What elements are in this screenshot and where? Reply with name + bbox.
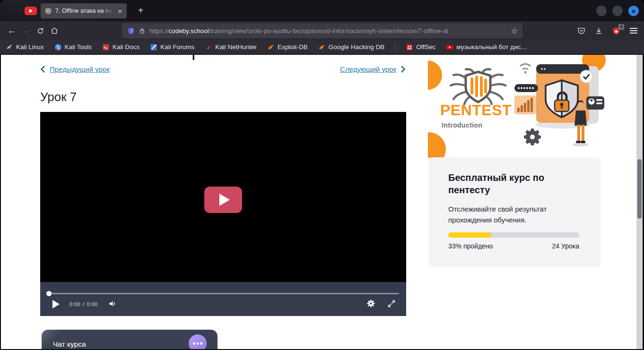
course-progress-bar [448,232,579,238]
bookmark-exploit-db[interactable]: Exploit-DB [267,43,308,51]
gear-icon [366,299,376,308]
reload-icon [36,27,44,35]
bookmark-offsec[interactable]: OffSec [406,43,435,51]
home-button[interactable] [47,24,61,38]
bookmark-kali-tools[interactable]: Kali Tools [54,43,92,51]
tab-bar: 7. Offline атака на пароли × + × [0,0,644,21]
url-input[interactable]: https://codeby.school/training/view/urok… [122,23,522,38]
downloads-button[interactable] [592,24,605,37]
next-lesson-link[interactable]: Следующий урок [340,65,406,73]
lock-icon [139,27,146,34]
pinned-tab-youtube[interactable] [24,6,38,16]
maximize-button[interactable] [612,6,623,16]
bookmark-kali-forums[interactable]: Kali Forums [150,43,194,51]
kali-nethunter-icon [205,43,212,51]
navigation-toolbar: ← → https://codeby.school/training/vi [0,21,644,40]
bookmarks-bar: Kali Linux Kali Tools Kali Docs Kali F [0,40,644,54]
course-illustration [514,58,604,152]
back-button[interactable]: ← [5,24,19,38]
download-icon [594,26,603,35]
bookmarks-separator [395,43,395,51]
lessons-count-label: 24 Урока [552,242,579,250]
video-screen[interactable] [40,112,406,282]
course-progress-fill [448,232,491,238]
new-tab-button[interactable]: + [134,4,147,17]
adblock-extension-button[interactable]: 4 [609,24,623,37]
exploit-db-icon [267,43,275,51]
course-banner: PENTEST Introduction [428,55,608,158]
chat-title: Чат курса [53,340,86,349]
page-scrollbar-track[interactable] [636,55,643,350]
course-card-description: Отслеживайте свой результат прохождения … [448,204,562,225]
minimize-button[interactable] [596,6,607,16]
kali-dragon-icon [6,43,13,51]
video-controls-bar: 0:00/0:00 [40,282,406,316]
course-card-title: Бесплатный курс по пентесту [448,171,566,196]
kali-forums-icon [150,43,157,51]
offsec-icon [406,43,413,51]
url-text: https://codeby.school/training/view/urok… [149,27,507,34]
course-chat-widget[interactable]: Чат курса [42,330,218,350]
tracking-protection-shield-icon[interactable] [127,27,135,35]
time-display: 0:00/0:00 [70,301,98,307]
youtube-icon [25,7,37,15]
brand-title: PENTEST [440,102,512,119]
forward-button[interactable]: → [19,24,33,38]
bookmark-google-hacking-db[interactable]: Google Hacking DB [318,43,385,51]
settings-button[interactable] [366,299,376,310]
tab-close-icon[interactable]: × [117,8,123,15]
pocket-icon [577,26,586,35]
kali-tools-icon [54,43,62,51]
fullscreen-button[interactable] [387,299,396,310]
exploit-db-icon [318,43,326,51]
window-controls: × [596,6,639,16]
page-scrollbar-thumb[interactable] [637,159,642,219]
active-tab[interactable]: 7. Offline атака на пароли × [41,3,127,18]
extension-badge: 4 [618,24,624,30]
progress-percent-label: 33% пройдено [448,242,493,250]
menu-button[interactable] [627,24,640,37]
pocket-button[interactable] [574,24,588,37]
previous-lesson-link[interactable]: Предыдущий урок [40,65,110,73]
play-button[interactable] [52,300,60,308]
tab-title: 7. Offline атака на пароли [55,8,113,14]
lesson-heading: Урок 7 [40,90,77,104]
bookmark-music-bot[interactable]: музыкальный бот дис… [446,43,527,51]
brand-subtitle: Introduction [442,121,482,129]
fullscreen-icon [387,299,396,308]
bookmark-kali-docs[interactable]: Kali Docs [102,43,139,51]
close-button[interactable]: × [628,6,639,16]
chevron-right-icon [400,65,406,73]
big-play-button[interactable] [204,187,242,213]
bookmark-kali-linux[interactable]: Kali Linux [6,43,44,51]
orange-circle-decoration [428,60,442,90]
orange-circle-decoration [428,132,446,158]
toolbar-right-cluster: 4 [574,21,640,40]
bookmark-kali-nethunter[interactable]: Kali NetHunter [205,43,257,51]
clipped-page-title-fragment [192,55,194,60]
kali-docs-icon [102,43,110,51]
youtube-icon [446,43,453,51]
window-border-left [0,55,1,350]
reload-button[interactable] [33,24,47,38]
volume-button[interactable] [108,299,117,310]
seek-bar[interactable] [47,293,399,294]
home-icon [50,26,59,35]
chat-bubble-icon[interactable] [189,334,207,350]
browser-window: 7. Offline атака на пароли × + × ← → [0,0,644,350]
hamburger-icon [630,28,637,34]
chevron-left-icon [40,65,45,73]
pentest-spider-logo [448,68,508,105]
volume-icon [108,299,117,308]
seek-handle[interactable] [46,291,52,296]
page-content: Предыдущий урок Следующий урок Урок 7 0:… [0,55,644,350]
codeby-owl-favicon [44,7,52,15]
course-progress-card: Бесплатный курс по пентесту Отслеживайте… [429,157,600,267]
video-player: 0:00/0:00 [40,112,406,316]
bookmark-star-icon[interactable]: ☆ [511,26,518,35]
